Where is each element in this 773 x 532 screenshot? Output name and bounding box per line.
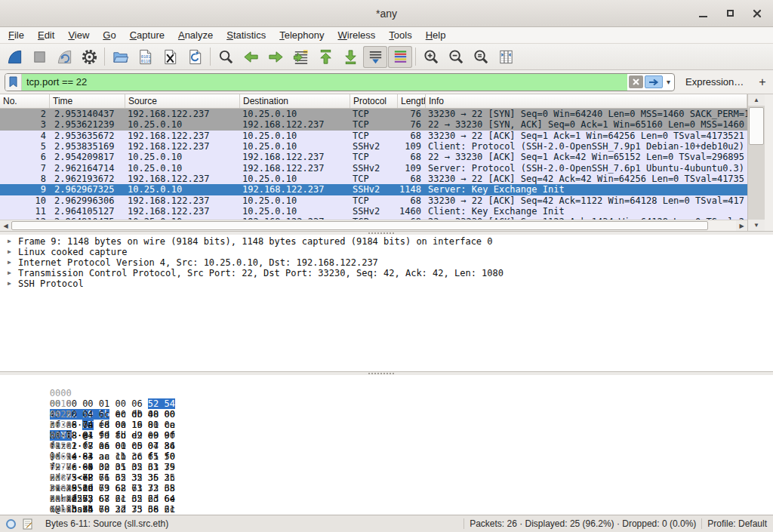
detail-text: Transmission Control Protocol, Src Port:…: [18, 268, 504, 278]
packet-no: 4: [0, 131, 50, 141]
go-forward-button[interactable]: [263, 46, 288, 68]
menu-item[interactable]: Wireless: [331, 28, 383, 42]
reload-file-button[interactable]: [183, 46, 207, 68]
capture-options-button[interactable]: [77, 46, 101, 68]
column-header[interactable]: Protocol: [350, 94, 398, 108]
auto-scroll-button[interactable]: [363, 46, 387, 68]
statusbar-separator: [463, 518, 464, 529]
menu-item[interactable]: Statistics: [220, 28, 273, 42]
expand-arrow-icon[interactable]: ▶: [8, 278, 18, 289]
main-toolbar: 01010110: [0, 44, 773, 70]
packet-list-vscrollbar[interactable]: ▲ ▼: [747, 94, 765, 231]
menu-item[interactable]: Analyze: [171, 28, 220, 42]
display-filter-input[interactable]: [22, 74, 627, 91]
pane-splitter[interactable]: [0, 371, 773, 375]
find-packet-button[interactable]: [214, 46, 238, 68]
packet-list-hscrollbar[interactable]: ◀ ▶: [0, 220, 747, 231]
packet-row[interactable]: 9 2.962967325 10.25.0.10 192.168.122.237…: [0, 184, 747, 195]
capture-comment-icon[interactable]: [23, 518, 32, 530]
expand-arrow-icon[interactable]: ▶: [8, 257, 18, 268]
packet-row[interactable]: 2 2.953140437 192.168.122.237 10.25.0.10…: [0, 109, 747, 119]
go-back-button[interactable]: [239, 46, 263, 68]
detail-row[interactable]: ▶ Internet Protocol Version 4, Src: 10.2…: [0, 257, 773, 268]
expert-info-icon[interactable]: [6, 519, 16, 529]
scroll-up-arrow[interactable]: ▲: [748, 94, 765, 106]
packet-source: 10.25.0.10: [125, 163, 240, 174]
go-to-packet-button[interactable]: [288, 46, 313, 68]
scroll-left-arrow[interactable]: ◀: [0, 220, 11, 231]
packet-row[interactable]: 10 2.962996306 192.168.122.237 10.25.0.1…: [0, 195, 747, 206]
filter-history-dropdown[interactable]: ▾: [663, 78, 674, 86]
close-button[interactable]: [752, 8, 762, 19]
packet-row[interactable]: 8 2.962193672 192.168.122.237 10.25.0.10…: [0, 174, 747, 184]
zoom-out-button[interactable]: [444, 46, 468, 68]
packet-source: 10.25.0.10: [125, 184, 240, 195]
packet-info: Client: Key Exchange Init: [426, 206, 747, 217]
filter-apply-button[interactable]: [645, 75, 663, 88]
column-header[interactable]: Time: [50, 94, 125, 108]
packet-row[interactable]: 5 2.953835169 192.168.122.237 10.25.0.10…: [0, 141, 747, 152]
maximize-button[interactable]: [725, 8, 735, 19]
stop-capture-button[interactable]: [27, 46, 51, 68]
filter-bookmark-button[interactable]: [5, 74, 22, 91]
packet-row[interactable]: 6 2.954209817 10.25.0.10 192.168.122.237…: [0, 152, 747, 162]
zoom-out-icon: [448, 48, 465, 66]
expression-button[interactable]: Expression…: [675, 76, 751, 88]
menu-item[interactable]: Go: [96, 28, 122, 42]
hex-offset: 0090: [50, 483, 82, 494]
scroll-right-arrow[interactable]: ▶: [736, 220, 747, 231]
menu-item[interactable]: Edit: [31, 28, 61, 42]
packet-info: 22 → 33230 [SYN, ACK] Seq=0 Ack=1 Win=65…: [426, 119, 747, 130]
hex-row[interactable]: 0010 45 00 04 6c ec db 40 00 3f 06 04 f8…: [6, 388, 773, 398]
profile-text[interactable]: Profile: Default: [707, 518, 767, 529]
go-back-icon: [242, 48, 260, 66]
menu-item[interactable]: Help: [419, 28, 453, 42]
packet-row[interactable]: 7 2.962164714 10.25.0.10 192.168.122.237…: [0, 163, 747, 174]
expand-arrow-icon[interactable]: ▶: [8, 236, 18, 247]
packet-destination: 10.25.0.10: [240, 131, 350, 141]
packet-source: 192.168.122.237: [125, 195, 240, 206]
packet-protocol: TCP: [350, 131, 398, 141]
filter-clear-button[interactable]: [629, 75, 643, 88]
zoom-in-button[interactable]: [419, 46, 443, 68]
zoom-reset-button[interactable]: [469, 46, 493, 68]
close-file-button[interactable]: [158, 46, 182, 68]
detail-row[interactable]: ▶ Transmission Control Protocol, Src Por…: [0, 268, 773, 278]
colorize-button[interactable]: [388, 46, 412, 68]
restart-capture-button[interactable]: [52, 46, 76, 68]
save-file-button[interactable]: 01010110: [133, 46, 157, 68]
packet-row[interactable]: 3 2.953621239 10.25.0.10 192.168.122.237…: [0, 119, 747, 130]
go-to-top-icon: [317, 48, 334, 66]
go-to-bottom-button[interactable]: [338, 46, 362, 68]
menu-item[interactable]: Tools: [382, 28, 418, 42]
hscrollbar-thumb[interactable]: [11, 221, 708, 230]
scroll-down-arrow[interactable]: ▼: [748, 220, 765, 231]
menu-item[interactable]: View: [61, 28, 96, 42]
packet-row[interactable]: 11 2.964105127 192.168.122.237 10.25.0.1…: [0, 206, 747, 217]
column-header[interactable]: Destination: [240, 94, 350, 108]
column-header[interactable]: Source: [125, 94, 240, 108]
column-header[interactable]: Info: [426, 94, 747, 108]
minimize-button[interactable]: [698, 8, 708, 19]
add-filter-button[interactable]: +: [751, 75, 773, 89]
go-to-top-button[interactable]: [313, 46, 337, 68]
menu-item[interactable]: Telephony: [273, 28, 331, 42]
detail-row[interactable]: ▶ Linux cooked capture: [0, 247, 773, 257]
resize-columns-button[interactable]: [494, 46, 518, 68]
detail-row[interactable]: ▶ SSH Protocol: [0, 278, 773, 289]
colorize-icon: [392, 48, 409, 66]
expand-arrow-icon[interactable]: ▶: [8, 247, 18, 257]
pane-splitter[interactable]: [0, 231, 773, 235]
detail-text: Linux cooked capture: [18, 247, 128, 257]
expand-arrow-icon[interactable]: ▶: [8, 268, 18, 278]
column-header[interactable]: No.: [0, 94, 50, 108]
open-file-button[interactable]: [108, 46, 132, 68]
column-header[interactable]: Length: [398, 94, 426, 108]
detail-row[interactable]: ▶ Frame 9: 1148 bytes on wire (9184 bits…: [0, 236, 773, 247]
menu-item[interactable]: Capture: [123, 28, 171, 42]
hex-row[interactable]: 0000 00 00 00 01 00 06 52 54 00 22 59 bb…: [6, 377, 773, 388]
menu-item[interactable]: File: [2, 28, 31, 42]
start-capture-button[interactable]: [2, 46, 26, 68]
vscrollbar-thumb[interactable]: [749, 107, 764, 145]
packet-row[interactable]: 4 2.953635672 192.168.122.237 10.25.0.10…: [0, 131, 747, 141]
